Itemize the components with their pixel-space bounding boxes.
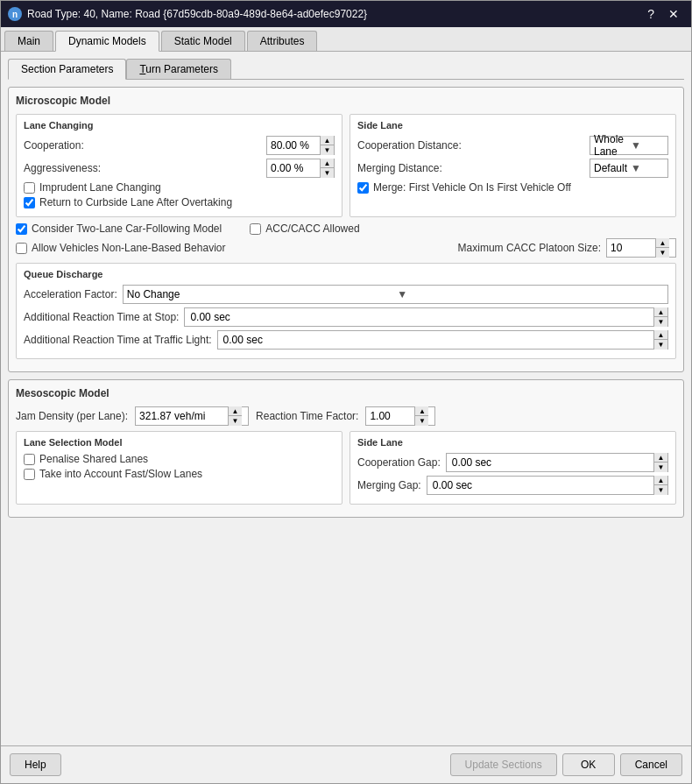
allow-checkbox[interactable] <box>16 243 27 254</box>
queue-discharge-title: Queue Discharge <box>24 269 668 279</box>
help-button[interactable]: ? <box>642 5 660 23</box>
cooperation-down[interactable]: ▼ <box>320 145 334 155</box>
merging-gap-btns: ▲ ▼ <box>653 476 667 495</box>
merge-checkbox[interactable] <box>357 182 369 194</box>
tab-dynamic-models[interactable]: Dynamic Models <box>55 31 159 52</box>
reaction-time-btns: ▲ ▼ <box>414 406 428 426</box>
mesoscopic-section: Mesoscopic Model Jam Density (per Lane):… <box>8 379 684 518</box>
coop-gap-up[interactable]: ▲ <box>653 453 667 463</box>
merging-distance-row: Merging Distance: Default ▼ <box>357 159 668 178</box>
acc-label: ACC/CACC Allowed <box>265 222 359 235</box>
title-bar: n Road Type: 40, Name: Road {67d59cdb-80… <box>1 1 691 27</box>
reaction-light-btns: ▲ ▼ <box>653 330 667 350</box>
mesoscopic-title: Mesoscopic Model <box>16 387 676 399</box>
imprudent-checkbox[interactable] <box>24 182 35 194</box>
max-cacc-down[interactable]: ▼ <box>655 248 669 258</box>
close-button[interactable]: ✕ <box>663 5 684 23</box>
acceleration-row: Acceleration Factor: No Change ▼ <box>24 285 668 304</box>
tab-main[interactable]: Main <box>4 31 53 51</box>
update-sections-btn[interactable]: Update Sections <box>450 753 557 776</box>
reaction-light-label: Additional Reaction Time at Traffic Ligh… <box>24 334 212 346</box>
reaction-stop-spinner[interactable]: ▲ ▼ <box>184 307 668 327</box>
coop-gap-btns: ▲ ▼ <box>653 453 667 472</box>
coop-distance-input-wrap: Whole Lane ▼ <box>590 136 668 155</box>
reaction-stop-up[interactable]: ▲ <box>653 307 667 317</box>
reaction-light-field[interactable] <box>218 331 653 349</box>
reaction-time-spinner[interactable]: ▲ ▼ <box>365 406 435 426</box>
merging-distance-input-wrap: Default ▼ <box>590 159 668 178</box>
acceleration-arrow: ▼ <box>397 288 664 300</box>
fast-slow-checkbox[interactable] <box>24 469 35 480</box>
reaction-light-up[interactable]: ▲ <box>653 330 667 340</box>
jam-density-field[interactable] <box>136 407 228 425</box>
tab-static-model[interactable]: Static Model <box>161 31 245 51</box>
cancel-btn[interactable]: Cancel <box>620 753 682 776</box>
merging-gap-field[interactable] <box>427 477 653 494</box>
lane-selection-box: Lane Selection Model Penalise Shared Lan… <box>16 431 342 505</box>
allow-label: Allow Vehicles Non-Lane-Based Behavior <box>32 242 225 254</box>
aggressiveness-down[interactable]: ▼ <box>320 168 334 178</box>
imprudent-row: Imprudent Lane Changing <box>24 181 335 194</box>
aggressiveness-spinner[interactable]: ▲ ▼ <box>266 159 335 178</box>
return-label: Return to Curbside Lane After Overtaking <box>39 196 232 208</box>
window-controls: ? ✕ <box>642 5 684 23</box>
max-cacc-up[interactable]: ▲ <box>655 238 669 248</box>
tab-section-parameters[interactable]: Section Parameters <box>8 59 126 80</box>
penalise-checkbox[interactable] <box>24 454 35 465</box>
side-lane-box: Side Lane Cooperation Distance: Whole La… <box>350 114 676 217</box>
cooperation-spinner[interactable]: ▲ ▼ <box>266 136 335 155</box>
consider-acc-row: Consider Two-Lane Car-Following Model AC… <box>16 222 676 235</box>
coop-gap-spinner[interactable]: ▲ ▼ <box>446 453 668 472</box>
reaction-time-field[interactable] <box>366 407 414 425</box>
tab-turn-parameters[interactable]: Turn Parameters <box>126 59 231 79</box>
aggressiveness-up[interactable]: ▲ <box>320 159 334 168</box>
aggressiveness-label: Aggressiveness: <box>24 162 101 174</box>
aggressiveness-row: Aggressiveness: ▲ ▼ <box>24 159 335 178</box>
reaction-light-down[interactable]: ▼ <box>653 340 667 350</box>
help-btn[interactable]: Help <box>10 753 61 776</box>
coop-distance-arrow: ▼ <box>631 139 664 152</box>
reaction-time-up[interactable]: ▲ <box>414 406 428 416</box>
aggressiveness-field[interactable] <box>267 159 320 177</box>
side-lane-title: Side Lane <box>357 120 668 131</box>
tab-attributes[interactable]: Attributes <box>247 31 318 51</box>
ok-btn[interactable]: OK <box>562 753 615 776</box>
merging-gap-spinner[interactable]: ▲ ▼ <box>427 476 668 495</box>
jam-reaction-row: Jam Density (per Lane): ▲ ▼ Reaction Tim… <box>16 406 676 426</box>
reaction-stop-field[interactable] <box>185 308 653 326</box>
merging-distance-value: Default <box>594 162 627 174</box>
app-icon: n <box>8 7 22 21</box>
consider-checkbox[interactable] <box>16 223 27 235</box>
cooperation-field[interactable] <box>267 137 320 154</box>
jam-density-spinner[interactable]: ▲ ▼ <box>135 406 249 426</box>
jam-density-btns: ▲ ▼ <box>228 406 242 426</box>
max-cacc-field[interactable] <box>607 239 655 257</box>
consider-row: Consider Two-Lane Car-Following Model <box>16 222 222 235</box>
main-tab-bar: Main Dynamic Models Static Model Attribu… <box>1 27 691 52</box>
max-cacc-spinner[interactable]: ▲ ▼ <box>606 238 676 258</box>
jam-density-label: Jam Density (per Lane): <box>16 410 128 422</box>
reaction-stop-down[interactable]: ▼ <box>653 317 667 327</box>
return-checkbox[interactable] <box>24 197 35 208</box>
aggressiveness-input-wrap: ▲ ▼ <box>266 159 335 178</box>
merging-gap-row: Merging Gap: ▲ ▼ <box>357 476 668 495</box>
coop-gap-field[interactable] <box>447 454 653 471</box>
imprudent-label: Imprudent Lane Changing <box>39 181 161 194</box>
fast-slow-row: Take into Account Fast/Slow Lanes <box>24 468 335 480</box>
coop-distance-dropdown[interactable]: Whole Lane ▼ <box>590 136 668 155</box>
coop-gap-down[interactable]: ▼ <box>653 463 667 472</box>
acceleration-dropdown[interactable]: No Change ▼ <box>123 285 668 304</box>
acceleration-label: Acceleration Factor: <box>24 288 117 300</box>
coop-distance-row: Cooperation Distance: Whole Lane ▼ <box>357 136 668 155</box>
reaction-time-down[interactable]: ▼ <box>414 416 428 426</box>
jam-density-up[interactable]: ▲ <box>228 406 242 416</box>
acc-row: ACC/CACC Allowed <box>250 222 359 235</box>
acc-checkbox[interactable] <box>250 223 261 235</box>
jam-density-down[interactable]: ▼ <box>228 416 242 426</box>
merging-distance-dropdown[interactable]: Default ▼ <box>590 159 668 178</box>
reaction-light-spinner[interactable]: ▲ ▼ <box>217 330 668 350</box>
merging-distance-label: Merging Distance: <box>357 162 442 174</box>
cooperation-up[interactable]: ▲ <box>320 136 334 145</box>
merging-gap-up[interactable]: ▲ <box>653 476 667 485</box>
merging-gap-down[interactable]: ▼ <box>653 485 667 495</box>
